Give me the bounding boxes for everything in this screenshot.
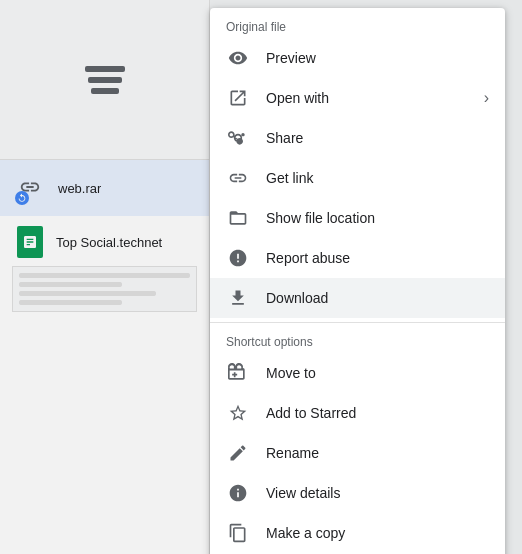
chevron-right-icon: › <box>484 89 489 107</box>
menu-label-get-link: Get link <box>266 170 489 186</box>
menu-label-view-details: View details <box>266 485 489 501</box>
menu-item-make-copy[interactable]: Make a copy <box>210 513 505 553</box>
menu-label-add-starred: Add to Starred <box>266 405 489 421</box>
details-icon <box>226 481 250 505</box>
link-icon <box>226 166 250 190</box>
menu-label-report-abuse: Report abuse <box>266 250 489 266</box>
menu-label-share: Share <box>266 130 489 146</box>
menu-item-share[interactable]: Share <box>210 118 505 158</box>
menu-item-preview[interactable]: Preview <box>210 38 505 78</box>
menu-label-make-copy: Make a copy <box>266 525 489 541</box>
eye-icon <box>226 46 250 70</box>
context-menu: Original file Preview Open with › Share … <box>210 8 505 554</box>
menu-label-download: Download <box>266 290 489 306</box>
copy-icon <box>226 521 250 545</box>
menu-label-move-to: Move to <box>266 365 489 381</box>
menu-divider <box>210 322 505 323</box>
menu-label-rename: Rename <box>266 445 489 461</box>
menu-item-report-abuse[interactable]: Report abuse <box>210 238 505 278</box>
report-icon <box>226 246 250 270</box>
open-with-icon <box>226 86 250 110</box>
menu-item-get-link[interactable]: Get link <box>210 158 505 198</box>
menu-label-preview: Preview <box>266 50 489 66</box>
menu-item-view-details[interactable]: View details <box>210 473 505 513</box>
menu-label-show-file-location: Show file location <box>266 210 489 226</box>
star-icon <box>226 401 250 425</box>
share-icon <box>226 126 250 150</box>
menu-item-rename[interactable]: Rename <box>210 433 505 473</box>
rename-icon <box>226 441 250 465</box>
menu-item-show-file-location[interactable]: Show file location <box>210 198 505 238</box>
folder-open-icon <box>226 206 250 230</box>
menu-item-download[interactable]: Download <box>210 278 505 318</box>
section-label-shortcut: Shortcut options <box>210 327 505 353</box>
move-icon <box>226 361 250 385</box>
menu-item-move-to[interactable]: Move to <box>210 353 505 393</box>
menu-label-open-with: Open with <box>266 90 484 106</box>
menu-item-open-with[interactable]: Open with › <box>210 78 505 118</box>
download-icon <box>226 286 250 310</box>
menu-item-add-starred[interactable]: Add to Starred <box>210 393 505 433</box>
section-label-original: Original file <box>210 12 505 38</box>
